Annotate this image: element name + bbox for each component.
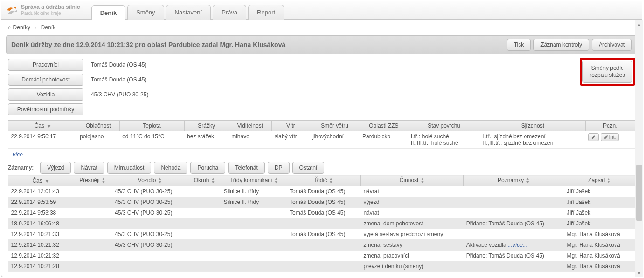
table-cell: Přidáno: Tomáš Douda (OS 45) xyxy=(464,251,564,261)
sort-icon: ▲▼ xyxy=(329,177,333,184)
table-cell: Mgr. Hana Klusáková xyxy=(564,229,635,240)
table-row[interactable]: 22.9.2014 9:53:3845/3 CHV (PUO 30-25)Tom… xyxy=(8,208,635,218)
weather-col-header[interactable]: Pozn. xyxy=(585,121,635,131)
tab-práva[interactable]: Práva xyxy=(213,5,246,20)
table-cell: 45/3 CHV (PUO 30-25) xyxy=(112,229,188,240)
records-col-header[interactable]: Vozidlo▲▼ xyxy=(112,175,188,186)
table-cell: vyjetá sestava predchozí smeny xyxy=(360,229,463,240)
weather-passability: I.tř.: sjízdné bez omezeníII.,III.tř.: s… xyxy=(480,131,585,149)
records-table: ČasPřesněji▲▼Vozidlo▲▼Okruh▲▼Třídy komun… xyxy=(8,175,635,272)
table-cell: 12.9.2014 10:21:33 xyxy=(8,229,73,240)
logo-icon xyxy=(6,4,18,16)
weather-clouds: polojasno xyxy=(77,131,119,149)
table-cell: prevzetí deníku (smeny) xyxy=(360,261,463,272)
record-type-button[interactable]: Výjezd xyxy=(40,162,71,174)
weather-col-header[interactable]: Čas xyxy=(8,121,77,131)
sort-desc-icon xyxy=(47,125,51,128)
tab-deník[interactable]: Deník xyxy=(91,5,125,20)
table-cell: Tomáš Douda (OS 45) xyxy=(287,229,360,240)
table-cell xyxy=(464,208,564,218)
table-cell: Aktivace vozidla ...více... xyxy=(464,240,564,251)
logo-line2: Pardubického kraje xyxy=(21,11,61,16)
sort-icon: ▲▼ xyxy=(274,177,278,184)
weather-col-header[interactable]: Oblačnost xyxy=(77,121,119,131)
table-cell: 22.9.2014 12:01:43 xyxy=(8,186,73,197)
table-cell: Jiří Jašek xyxy=(564,218,635,229)
table-cell xyxy=(221,218,287,229)
shifts-by-schedule-button[interactable]: Směny podle rozpisu služeb xyxy=(582,61,632,83)
table-cell xyxy=(73,251,112,261)
weather-col-header[interactable]: Směr větru xyxy=(310,121,360,131)
table-cell: zmena: dom.pohotovost xyxy=(360,218,463,229)
record-type-button[interactable]: Nehoda xyxy=(154,162,187,174)
table-cell xyxy=(287,251,360,261)
records-col-header[interactable]: Zapsal▲▼ xyxy=(564,175,635,186)
records-col-header[interactable]: Čas xyxy=(8,175,73,186)
archive-button[interactable]: Archivovat xyxy=(592,39,632,51)
table-cell xyxy=(221,261,287,272)
tab-report[interactable]: Report xyxy=(248,5,284,20)
record-type-button[interactable]: Návrat xyxy=(74,162,104,174)
home-standby-value: Tomáš Douda (OS 45) xyxy=(91,76,146,83)
table-cell: Mgr. Hana Klusáková xyxy=(564,240,635,251)
records-col-header[interactable]: Třídy komunikací▲▼ xyxy=(221,175,287,186)
edit-int-button[interactable]: int. xyxy=(601,133,619,141)
weather-wind: slabý vítr xyxy=(272,131,310,149)
weather-conditions-button[interactable]: Povětrnostní podmínky xyxy=(8,103,83,115)
table-cell xyxy=(287,240,360,251)
org-logo: Správa a údržba silnicPardubického kraje xyxy=(4,1,91,19)
weather-col-header[interactable]: Stav povrchu xyxy=(408,121,480,131)
table-cell xyxy=(221,251,287,261)
table-cell: 45/3 CHV (PUO 30-25) xyxy=(112,240,188,251)
records-col-header[interactable]: Řidič▲▼ xyxy=(287,175,360,186)
table-row[interactable]: 12.9.2014 10:21:3245/3 CHV (PUO 30-25)zm… xyxy=(8,240,635,251)
tab-směny[interactable]: Směny xyxy=(127,5,164,20)
weather-col-header[interactable]: Viditelnost xyxy=(229,121,272,131)
print-button[interactable]: Tisk xyxy=(507,39,531,51)
weather-wind-dir: jihovýchodní xyxy=(310,131,360,149)
table-cell xyxy=(73,261,112,272)
record-type-button[interactable]: DP xyxy=(268,162,290,174)
table-cell xyxy=(188,251,221,261)
record-type-button[interactable]: Porucha xyxy=(190,162,225,174)
record-type-button[interactable]: Mim.událost xyxy=(107,162,152,174)
records-col-header[interactable]: Přesněji▲▼ xyxy=(73,175,112,186)
weather-note-actions: int. xyxy=(585,131,635,149)
scroll-thumb[interactable] xyxy=(636,165,642,221)
weather-col-header[interactable]: Srážky xyxy=(184,121,229,131)
home-standby-button[interactable]: Domácí pohotovost xyxy=(8,74,83,86)
vehicles-button[interactable]: Vozidla xyxy=(8,88,83,101)
table-row[interactable]: 22.9.2014 9:53:5945/3 CHV (PUO 30-25)Sil… xyxy=(8,197,635,208)
weather-col-header[interactable]: Oblasti ZZS xyxy=(360,121,408,131)
breadcrumb-home[interactable]: Deníky xyxy=(13,24,30,31)
title-bar: Deník údržby ze dne 12.9.2014 10:21:32 p… xyxy=(6,35,637,54)
table-row[interactable]: 18.9.2014 16:06:48zmena: dom.pohotovostP… xyxy=(8,218,635,229)
edit-button[interactable] xyxy=(588,133,599,141)
records-col-header[interactable]: Činnost▲▼ xyxy=(360,175,463,186)
tab-nastavení[interactable]: Nastavení xyxy=(166,5,211,20)
scroll-up-arrow-icon[interactable]: ▲ xyxy=(635,20,643,28)
weather-col-header[interactable]: Vítr xyxy=(272,121,310,131)
weather-col-header[interactable]: Sjízdnost xyxy=(480,121,585,131)
table-row[interactable]: 12.9.2014 10:21:32zmena: pracovníciPřidá… xyxy=(8,251,635,261)
sort-icon: ▲▼ xyxy=(607,177,611,184)
records-col-header[interactable]: Poznámky▲▼ xyxy=(464,175,564,186)
vertical-scrollbar[interactable]: ▲ ▼ xyxy=(635,20,643,277)
table-cell: 45/3 CHV (PUO 30-25) xyxy=(112,197,188,208)
more-link[interactable]: ...více... xyxy=(508,242,527,248)
record-type-button[interactable]: Ostatní xyxy=(292,162,325,174)
workers-button[interactable]: Pracovníci xyxy=(8,59,83,71)
table-row[interactable]: 12.9.2014 10:21:3345/3 CHV (PUO 30-25)To… xyxy=(8,229,635,240)
table-cell: Tomáš Douda (OS 45) xyxy=(287,186,360,197)
inspection-record-button[interactable]: Záznam kontroly xyxy=(533,39,589,51)
table-cell xyxy=(464,186,564,197)
table-row[interactable]: 12.9.2014 10:21:28prevzetí deníku (smeny… xyxy=(8,261,635,272)
scroll-down-arrow-icon[interactable]: ▼ xyxy=(635,269,643,277)
sort-icon: ▲▼ xyxy=(420,177,424,184)
weather-col-header[interactable]: Teplota xyxy=(119,121,184,131)
records-col-header[interactable]: Okruh▲▼ xyxy=(188,175,221,186)
weather-more-link[interactable]: ...více... xyxy=(8,151,635,158)
home-icon: ⌂ xyxy=(8,24,11,31)
record-type-button[interactable]: Telefonát xyxy=(228,162,265,174)
table-row[interactable]: 22.9.2014 12:01:4345/3 CHV (PUO 30-25)Si… xyxy=(8,186,635,197)
